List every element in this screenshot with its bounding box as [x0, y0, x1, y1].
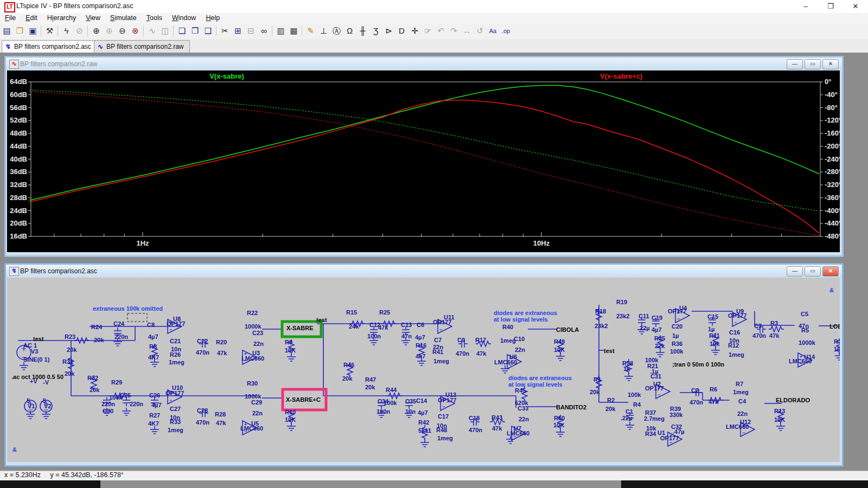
menu-edit[interactable]: Edit	[21, 13, 42, 23]
ground-symbol	[420, 439, 429, 447]
app-restore-button[interactable]: ❐	[818, 0, 843, 13]
schematic-label: 220n	[101, 401, 115, 407]
menu-window[interactable]: Window	[167, 13, 201, 23]
schematic-label: R32	[87, 375, 98, 381]
drag-icon[interactable]: ☞	[422, 25, 434, 37]
menu-view[interactable]: View	[81, 13, 105, 23]
resistor-icon[interactable]: Ω	[343, 25, 356, 37]
move-icon[interactable]: ✛	[409, 25, 421, 37]
schematic-label: R40	[502, 324, 513, 330]
schematic-label: 10n	[405, 408, 416, 415]
schematic-label: R42	[418, 419, 429, 426]
schematic-label: C34	[378, 398, 389, 404]
rotate-icon[interactable]: ↺	[474, 25, 486, 37]
schematic-label: R27	[149, 412, 160, 419]
y-right-tick-label: -400°	[825, 207, 840, 215]
component-icon[interactable]: D	[395, 25, 408, 37]
menu-hierarchy[interactable]: Hierarchy	[42, 13, 81, 23]
trace-magnitude[interactable]	[29, 100, 819, 233]
print-icon[interactable]: ▦	[288, 25, 300, 37]
schematic-label: 1meg	[437, 435, 453, 441]
schematic-label: 10K	[553, 422, 564, 428]
schematic-label: C4	[738, 398, 746, 404]
zoom-in-icon[interactable]: ⊕	[90, 25, 103, 37]
schematic-minimize-button[interactable]: —	[787, 266, 803, 277]
open-icon[interactable]: ❒	[14, 25, 26, 37]
schematic-label: at low signal levels	[494, 316, 548, 323]
schematic-label: 20k	[365, 384, 375, 390]
waveform-plot[interactable]: 64dB60dB56dB52dB48dB44dB40dB36dB32dB28dB…	[7, 70, 840, 252]
inductor-icon[interactable]: Ʒ	[369, 25, 382, 37]
find-icon[interactable]: ∞	[258, 25, 270, 37]
wire-icon[interactable]: ✎	[304, 25, 317, 37]
schematic-label: &	[12, 446, 17, 453]
ground-symbol	[20, 362, 28, 370]
schematic-label: 5k11	[418, 427, 431, 434]
schematic-label: R30	[247, 380, 258, 387]
waveform-minimize-button[interactable]: —	[787, 59, 803, 69]
x-tick-label: 1Hz	[136, 239, 149, 247]
y-right-tick-label: -240°	[825, 155, 840, 163]
opamp-minus: −	[169, 397, 172, 403]
schematic-label: 20k	[65, 370, 75, 377]
schematic-label: R29	[111, 379, 122, 386]
trace-label[interactable]: V(x-sabre+c)	[600, 72, 642, 80]
waveform-window-titlebar[interactable]: ∿ BP filters comparison2.raw — ▭ ✕	[6, 57, 842, 70]
net-label-icon[interactable]: Ⓐ	[330, 25, 343, 37]
schematic-canvas[interactable]: +−+−+−+−+−+−+−+−+−+−+−+−+−+−testAC 1V3SI…	[7, 278, 840, 462]
print-preview-icon[interactable]: ▥	[275, 25, 287, 37]
app-close-button[interactable]: ✕	[843, 0, 868, 13]
tile-horizontal-icon[interactable]: ❐	[189, 25, 201, 37]
schematic-label: V3	[31, 348, 38, 355]
zoom-full-extents-icon[interactable]: ⊗	[129, 25, 142, 37]
autorange-icon[interactable]: ∿	[146, 25, 158, 37]
schematic-label: C35	[405, 398, 416, 404]
resistor-symbol[interactable]	[769, 326, 784, 332]
new-schematic-icon[interactable]: ▤	[1, 25, 13, 37]
app-minimize-button[interactable]: –	[793, 0, 818, 13]
undo-icon[interactable]: ↶	[435, 25, 447, 37]
tab-waveform[interactable]: ∿BP filters comparison2.raw	[94, 40, 190, 53]
schematic-label: -V	[43, 379, 49, 386]
menu-tools[interactable]: Tools	[142, 13, 167, 23]
run-icon[interactable]: ϟ	[60, 25, 73, 37]
waveform-close-button[interactable]: ✕	[822, 59, 839, 69]
schematic-restore-button[interactable]: ▭	[805, 266, 821, 277]
schematic-label: C5	[801, 311, 808, 317]
cut-icon[interactable]: ✂	[219, 25, 231, 37]
schematic-label: LMC660	[507, 430, 529, 436]
paste-icon[interactable]: ⊟	[245, 25, 257, 37]
trace-label[interactable]: V(x-sabre)	[209, 72, 244, 80]
cascade-icon[interactable]: ❑	[202, 25, 214, 37]
schematic-label: C23	[252, 330, 263, 336]
y-left-tick-label: 64dB	[10, 78, 27, 86]
schematic-label: 47k	[769, 332, 780, 339]
spice-directive-icon[interactable]: .op	[500, 25, 512, 37]
control-panel-icon[interactable]: ⚒	[43, 25, 56, 37]
menu-simulate[interactable]: Simulate	[105, 13, 142, 23]
diode-icon[interactable]: ⊳	[382, 25, 395, 37]
mirror-icon[interactable]: ↔	[461, 25, 473, 37]
schematic-window-titlebar[interactable]: ↯ BP filters comparison2.asc — ▭ ✕	[6, 265, 842, 278]
tab-schematic[interactable]: ↯BP filters comparison2.asc	[2, 40, 97, 53]
trace-phase[interactable]	[29, 90, 819, 211]
menu-file[interactable]: File	[0, 13, 21, 23]
schematic-label: 22n	[253, 341, 264, 347]
waveform-restore-button[interactable]: ▭	[805, 59, 821, 69]
text-icon[interactable]: Aa	[487, 25, 499, 37]
tile-vertical-icon[interactable]: ❏	[176, 25, 188, 37]
halt-icon[interactable]: ⊘	[73, 25, 86, 37]
save-icon[interactable]: ▣	[27, 25, 39, 37]
trace-phase[interactable]	[29, 92, 819, 235]
schematic-close-button[interactable]: ✕	[822, 266, 839, 277]
redo-icon[interactable]: ↷	[448, 25, 460, 37]
zoom-back-icon[interactable]: ⊕	[103, 25, 116, 37]
ground-icon[interactable]: ⊥	[317, 25, 330, 37]
trace-magnitude[interactable]	[29, 86, 819, 201]
zoom-out-icon[interactable]: ⊖	[116, 25, 129, 37]
copy-icon[interactable]: ⊞	[232, 25, 244, 37]
plot-pane-icon[interactable]: ◫	[159, 25, 171, 37]
schematic-label: C8	[147, 322, 155, 328]
capacitor-icon[interactable]: ╫	[356, 25, 369, 37]
menu-help[interactable]: Help	[201, 13, 225, 23]
